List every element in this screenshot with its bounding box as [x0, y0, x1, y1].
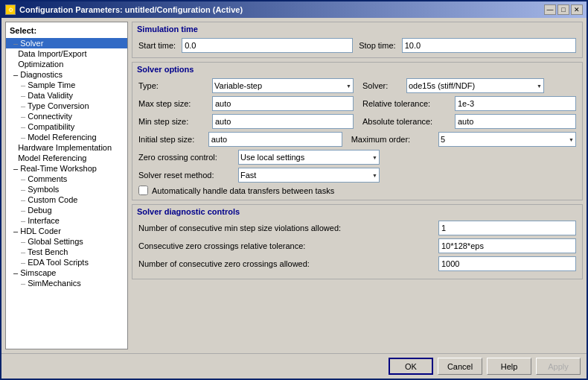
zero-crossing-row: Zero crossing control: Use local setting… — [138, 150, 576, 165]
sidebar-item-global-settings[interactable]: – Global Settings — [6, 236, 127, 247]
title-buttons: — □ ✕ — [544, 4, 583, 15]
sidebar-item-comments[interactable]: – Comments — [6, 174, 127, 184]
sidebar-item-real-time-workshop[interactable]: – Real-Time Workshop — [6, 163, 127, 174]
solver-diagnostic-content: Number of consecutive min step size viol… — [132, 218, 582, 279]
sidebar-item-sample-time[interactable]: – Sample Time — [6, 80, 127, 90]
title-bar-left: ⚙ Configuration Parameters: untitled/Con… — [5, 4, 243, 15]
type-select[interactable]: Variable-step Fixed-step — [212, 78, 354, 93]
ok-button[interactable]: OK — [389, 358, 433, 375]
sidebar-item-simmechanics[interactable]: – SimMechanics — [6, 278, 127, 288]
consec-zero-rel-input[interactable] — [438, 238, 576, 253]
rel-tol-input[interactable] — [455, 96, 576, 111]
simulation-time-content: Start time: Stop time: — [132, 35, 582, 57]
sidebar-item-eda-tool-scripts[interactable]: – EDA Tool Scripts — [6, 257, 127, 267]
stop-time-label: Stop time: — [359, 41, 396, 50]
minstep-abstol-row: Min step size: Absolute tolerance: — [138, 114, 576, 129]
panel-header: Select: — [6, 25, 127, 38]
max-order-select-wrapper: 5 1 2 3 4 — [438, 132, 576, 147]
sidebar-item-data-validity[interactable]: – Data Validity — [6, 90, 127, 101]
solver-reset-select-wrapper: Fast Robust — [238, 168, 380, 183]
left-panel: Select: – Solver Data Import/Export Opti… — [5, 22, 128, 349]
sidebar-item-custom-code[interactable]: – Custom Code — [6, 194, 127, 205]
solver-reset-label: Solver reset method: — [138, 171, 235, 180]
sidebar-item-connectivity[interactable]: – Connectivity — [6, 111, 127, 121]
zero-crossing-select[interactable]: Use local settings Enable all Disable al… — [238, 150, 380, 165]
sidebar-item-model-referencing[interactable]: – Model Referencing — [6, 132, 127, 142]
zero-crossing-select-wrapper: Use local settings Enable all Disable al… — [238, 150, 380, 165]
simulation-time-title: Simulation time — [132, 22, 582, 35]
consec-min-row: Number of consecutive min step size viol… — [138, 221, 576, 235]
sidebar-item-model-referencing2[interactable]: Model Referencing — [6, 153, 127, 163]
start-time-input[interactable] — [182, 38, 353, 53]
consec-zero-rel-row: Consecutive zero crossings relative tole… — [138, 238, 576, 253]
rel-tol-label: Relative tolerance: — [362, 99, 452, 108]
simulation-time-section: Simulation time Start time: Stop time: — [132, 22, 583, 58]
consec-zero-allow-input[interactable] — [438, 256, 576, 271]
init-step-label: Initial step size: — [138, 135, 205, 144]
sidebar-item-hdl-coder[interactable]: – HDL Coder — [6, 226, 127, 236]
sidebar-item-diagnostics[interactable]: – Diagnostics — [6, 69, 127, 80]
abs-tol-input[interactable] — [455, 114, 576, 129]
type-solver-row: Type: Variable-step Fixed-step Solver: o… — [138, 78, 576, 93]
min-step-input[interactable] — [212, 114, 354, 129]
solver-reset-select[interactable]: Fast Robust — [238, 168, 380, 183]
max-step-label: Max step size: — [138, 99, 209, 108]
solver-select-wrapper: ode15s (stiff/NDF) ode45 ode23 — [406, 78, 544, 93]
max-step-input[interactable] — [212, 96, 354, 111]
max-order-label: Maximum order: — [351, 135, 435, 144]
auto-handle-label: Automatically handle data transfers betw… — [152, 186, 334, 195]
sidebar-item-symbols[interactable]: – Symbols — [6, 184, 127, 194]
simulation-time-row: Start time: Stop time: — [138, 38, 576, 53]
type-select-wrapper: Variable-step Fixed-step — [212, 78, 354, 93]
help-button[interactable]: Help — [487, 358, 531, 375]
max-order-select[interactable]: 5 1 2 3 4 — [438, 132, 576, 147]
apply-button[interactable]: Apply — [536, 358, 581, 375]
solver-label: Solver: — [362, 81, 403, 90]
cancel-button[interactable]: Cancel — [438, 358, 482, 375]
minimize-button[interactable]: — — [544, 4, 556, 15]
solver-options-title: Solver options — [132, 63, 582, 75]
title-bar: ⚙ Configuration Parameters: untitled/Con… — [1, 1, 587, 18]
sidebar-item-compatibility[interactable]: – Compatibility — [6, 121, 127, 132]
window-icon: ⚙ — [5, 4, 16, 15]
sidebar-item-optimization[interactable]: Optimization — [6, 59, 127, 69]
maximize-button[interactable]: □ — [557, 4, 569, 15]
solver-diagnostic-title: Solver diagnostic controls — [132, 205, 582, 218]
window-body: Select: – Solver Data Import/Export Opti… — [1, 18, 587, 353]
start-time-label: Start time: — [138, 41, 176, 50]
stop-time-input[interactable] — [402, 38, 576, 53]
consec-min-input[interactable] — [438, 221, 576, 235]
sidebar-item-solver[interactable]: – Solver — [6, 38, 127, 48]
window-title: Configuration Parameters: untitled/Confi… — [19, 5, 243, 14]
solver-diagnostic-section: Solver diagnostic controls Number of con… — [132, 204, 583, 279]
sidebar-item-interface[interactable]: – Interface — [6, 215, 127, 226]
sidebar-item-type-conversion[interactable]: – Type Conversion — [6, 101, 127, 111]
sidebar-item-debug[interactable]: – Debug — [6, 205, 127, 215]
sidebar-item-data-import-export[interactable]: Data Import/Export — [6, 48, 127, 59]
solver-options-content: Type: Variable-step Fixed-step Solver: o… — [132, 75, 582, 200]
zero-crossing-label: Zero crossing control: — [138, 153, 235, 162]
right-panel: Simulation time Start time: Stop time: S… — [132, 22, 583, 349]
sidebar-item-hardware-implementation[interactable]: Hardware Implementation — [6, 142, 127, 153]
initstep-maxorder-row: Initial step size: Maximum order: 5 1 2 … — [138, 132, 576, 147]
consec-zero-allow-row: Number of consecutive zero crossings all… — [138, 256, 576, 271]
consec-zero-allow-label: Number of consecutive zero crossings all… — [138, 259, 435, 268]
close-button[interactable]: ✕ — [571, 4, 583, 15]
sidebar-item-test-bench[interactable]: – Test Bench — [6, 247, 127, 257]
solver-reset-row: Solver reset method: Fast Robust — [138, 168, 576, 183]
sidebar-item-simscape[interactable]: – Simscape — [6, 267, 127, 278]
consec-min-label: Number of consecutive min step size viol… — [138, 224, 435, 232]
solver-options-section: Solver options Type: Variable-step Fixed… — [132, 62, 583, 200]
maxstep-reltol-row: Max step size: Relative tolerance: — [138, 96, 576, 111]
abs-tol-label: Absolute tolerance: — [362, 117, 452, 126]
consec-zero-rel-label: Consecutive zero crossings relative tole… — [138, 241, 435, 250]
init-step-input[interactable] — [208, 132, 342, 147]
auto-handle-checkbox[interactable] — [138, 186, 148, 195]
min-step-label: Min step size: — [138, 117, 209, 126]
type-label: Type: — [138, 81, 209, 90]
solver-select[interactable]: ode15s (stiff/NDF) ode45 ode23 — [406, 78, 544, 93]
main-window: ⚙ Configuration Parameters: untitled/Con… — [0, 0, 588, 380]
auto-handle-row: Automatically handle data transfers betw… — [138, 186, 576, 195]
bottom-bar: OK Cancel Help Apply — [1, 353, 587, 379]
